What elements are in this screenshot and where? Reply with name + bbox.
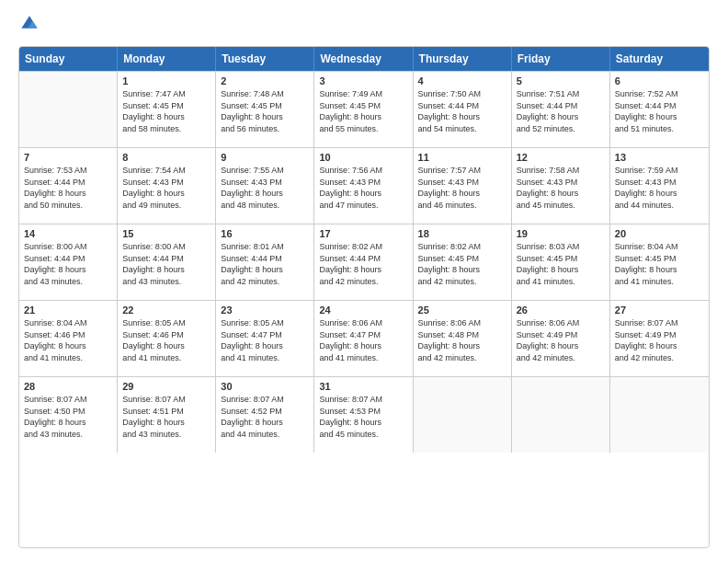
cell-details: Sunrise: 8:07 AMSunset: 4:49 PMDaylight:… <box>615 317 704 363</box>
cal-cell: 23Sunrise: 8:05 AMSunset: 4:47 PMDayligh… <box>216 301 314 376</box>
cal-cell: 10Sunrise: 7:56 AMSunset: 4:43 PMDayligh… <box>314 148 413 224</box>
cal-cell: 20Sunrise: 8:04 AMSunset: 4:45 PMDayligh… <box>610 224 709 300</box>
day-number: 9 <box>221 152 309 163</box>
cal-cell <box>414 377 512 453</box>
cal-cell: 29Sunrise: 8:07 AMSunset: 4:51 PMDayligh… <box>118 377 216 453</box>
day-number: 2 <box>221 75 309 86</box>
cal-cell: 6Sunrise: 7:52 AMSunset: 4:44 PMDaylight… <box>610 72 709 147</box>
cal-cell: 19Sunrise: 8:03 AMSunset: 4:45 PMDayligh… <box>512 224 610 300</box>
cell-details: Sunrise: 7:48 AMSunset: 4:45 PMDaylight:… <box>221 88 309 134</box>
cell-details: Sunrise: 8:05 AMSunset: 4:47 PMDaylight:… <box>221 317 309 363</box>
cell-details: Sunrise: 8:07 AMSunset: 4:52 PMDaylight:… <box>221 394 309 440</box>
day-number: 12 <box>517 152 605 163</box>
cell-details: Sunrise: 7:47 AMSunset: 4:45 PMDaylight:… <box>122 88 210 134</box>
cal-cell: 1Sunrise: 7:47 AMSunset: 4:45 PMDaylight… <box>118 72 216 147</box>
cal-cell: 9Sunrise: 7:55 AMSunset: 4:43 PMDaylight… <box>216 148 314 224</box>
day-number: 3 <box>319 75 407 86</box>
cal-cell: 22Sunrise: 8:05 AMSunset: 4:46 PMDayligh… <box>118 301 216 376</box>
day-number: 1 <box>122 75 210 86</box>
cell-details: Sunrise: 8:02 AMSunset: 4:45 PMDaylight:… <box>418 241 506 287</box>
day-number: 7 <box>24 152 112 163</box>
cal-cell: 31Sunrise: 8:07 AMSunset: 4:53 PMDayligh… <box>314 377 413 453</box>
cal-header-saturday: Saturday <box>610 47 709 71</box>
cal-cell: 11Sunrise: 7:57 AMSunset: 4:43 PMDayligh… <box>414 148 512 224</box>
day-number: 26 <box>517 304 605 316</box>
cell-details: Sunrise: 8:06 AMSunset: 4:49 PMDaylight:… <box>517 317 605 363</box>
cal-cell: 18Sunrise: 8:02 AMSunset: 4:45 PMDayligh… <box>414 224 512 300</box>
day-number: 17 <box>319 228 407 239</box>
cal-cell: 3Sunrise: 7:49 AMSunset: 4:45 PMDaylight… <box>314 72 413 147</box>
cell-details: Sunrise: 8:00 AMSunset: 4:44 PMDaylight:… <box>24 241 112 287</box>
cal-cell: 26Sunrise: 8:06 AMSunset: 4:49 PMDayligh… <box>512 301 610 376</box>
cal-cell <box>19 72 118 147</box>
cal-cell: 16Sunrise: 8:01 AMSunset: 4:44 PMDayligh… <box>216 224 314 300</box>
cal-header-sunday: Sunday <box>19 47 118 71</box>
day-number: 10 <box>319 152 407 163</box>
cal-cell: 21Sunrise: 8:04 AMSunset: 4:46 PMDayligh… <box>19 301 118 376</box>
cell-details: Sunrise: 7:49 AMSunset: 4:45 PMDaylight:… <box>319 88 407 134</box>
day-number: 22 <box>122 304 210 316</box>
cell-details: Sunrise: 7:56 AMSunset: 4:43 PMDaylight:… <box>319 165 407 211</box>
cal-cell: 24Sunrise: 8:06 AMSunset: 4:47 PMDayligh… <box>314 301 413 376</box>
cal-cell: 12Sunrise: 7:58 AMSunset: 4:43 PMDayligh… <box>512 148 610 224</box>
logo <box>18 15 39 37</box>
cal-cell: 4Sunrise: 7:50 AMSunset: 4:44 PMDaylight… <box>414 72 512 147</box>
day-number: 5 <box>517 75 605 86</box>
cell-details: Sunrise: 8:06 AMSunset: 4:47 PMDaylight:… <box>319 317 407 363</box>
day-number: 13 <box>615 152 704 163</box>
cell-details: Sunrise: 8:02 AMSunset: 4:44 PMDaylight:… <box>319 241 407 287</box>
day-number: 31 <box>319 381 407 392</box>
cal-week-1: 1Sunrise: 7:47 AMSunset: 4:45 PMDaylight… <box>19 71 709 147</box>
cal-cell: 25Sunrise: 8:06 AMSunset: 4:48 PMDayligh… <box>414 301 512 376</box>
cal-cell: 28Sunrise: 8:07 AMSunset: 4:50 PMDayligh… <box>19 377 118 453</box>
cal-cell: 17Sunrise: 8:02 AMSunset: 4:44 PMDayligh… <box>314 224 413 300</box>
logo-icon <box>20 15 39 33</box>
calendar: SundayMondayTuesdayWednesdayThursdayFrid… <box>18 46 710 548</box>
cell-details: Sunrise: 8:04 AMSunset: 4:46 PMDaylight:… <box>24 317 112 363</box>
cal-cell: 5Sunrise: 7:51 AMSunset: 4:44 PMDaylight… <box>512 72 610 147</box>
cell-details: Sunrise: 8:01 AMSunset: 4:44 PMDaylight:… <box>221 241 309 287</box>
cell-details: Sunrise: 7:53 AMSunset: 4:44 PMDaylight:… <box>24 165 112 211</box>
cell-details: Sunrise: 7:58 AMSunset: 4:43 PMDaylight:… <box>517 165 605 211</box>
day-number: 24 <box>319 304 407 316</box>
cal-cell: 13Sunrise: 7:59 AMSunset: 4:43 PMDayligh… <box>610 148 709 224</box>
cell-details: Sunrise: 7:51 AMSunset: 4:44 PMDaylight:… <box>517 88 605 134</box>
cell-details: Sunrise: 7:55 AMSunset: 4:43 PMDaylight:… <box>221 165 309 211</box>
cell-details: Sunrise: 8:04 AMSunset: 4:45 PMDaylight:… <box>615 241 704 287</box>
calendar-header: SundayMondayTuesdayWednesdayThursdayFrid… <box>19 47 709 71</box>
cal-cell: 27Sunrise: 8:07 AMSunset: 4:49 PMDayligh… <box>610 301 709 376</box>
calendar-body: 1Sunrise: 7:47 AMSunset: 4:45 PMDaylight… <box>19 71 709 453</box>
day-number: 11 <box>418 152 506 163</box>
day-number: 23 <box>221 304 309 316</box>
day-number: 14 <box>24 228 112 239</box>
day-number: 18 <box>418 228 506 239</box>
day-number: 25 <box>418 304 506 316</box>
cal-week-5: 28Sunrise: 8:07 AMSunset: 4:50 PMDayligh… <box>19 376 709 453</box>
day-number: 4 <box>418 75 506 86</box>
cell-details: Sunrise: 7:50 AMSunset: 4:44 PMDaylight:… <box>418 88 506 134</box>
day-number: 16 <box>221 228 309 239</box>
cell-details: Sunrise: 8:06 AMSunset: 4:48 PMDaylight:… <box>418 317 506 363</box>
cell-details: Sunrise: 8:07 AMSunset: 4:50 PMDaylight:… <box>24 394 112 440</box>
cal-header-wednesday: Wednesday <box>314 47 413 71</box>
day-number: 28 <box>24 381 112 392</box>
day-number: 19 <box>517 228 605 239</box>
cell-details: Sunrise: 7:57 AMSunset: 4:43 PMDaylight:… <box>418 165 506 211</box>
cal-week-4: 21Sunrise: 8:04 AMSunset: 4:46 PMDayligh… <box>19 300 709 376</box>
day-number: 21 <box>24 304 112 316</box>
cell-details: Sunrise: 8:07 AMSunset: 4:53 PMDaylight:… <box>319 394 407 440</box>
cal-cell: 15Sunrise: 8:00 AMSunset: 4:44 PMDayligh… <box>118 224 216 300</box>
cell-details: Sunrise: 8:00 AMSunset: 4:44 PMDaylight:… <box>122 241 210 287</box>
cal-cell <box>610 377 709 453</box>
cell-details: Sunrise: 7:52 AMSunset: 4:44 PMDaylight:… <box>615 88 704 134</box>
cal-header-tuesday: Tuesday <box>216 47 314 71</box>
header <box>18 15 710 37</box>
cell-details: Sunrise: 8:05 AMSunset: 4:46 PMDaylight:… <box>122 317 210 363</box>
day-number: 15 <box>122 228 210 239</box>
cell-details: Sunrise: 7:54 AMSunset: 4:43 PMDaylight:… <box>122 165 210 211</box>
day-number: 20 <box>615 228 704 239</box>
cal-header-thursday: Thursday <box>414 47 512 71</box>
page: SundayMondayTuesdayWednesdayThursdayFrid… <box>0 0 728 563</box>
cal-cell <box>512 377 610 453</box>
day-number: 29 <box>122 381 210 392</box>
